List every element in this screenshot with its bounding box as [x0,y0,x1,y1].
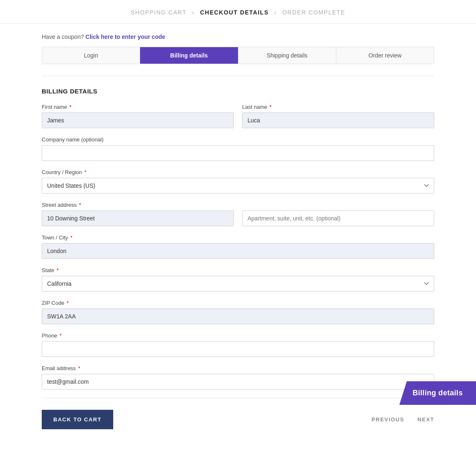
breadcrumb-sep2: › [274,9,277,16]
footer-bar: BACK TO CART PREVIOUS NEXT [42,398,434,438]
company-group: Company name (optional) [42,136,434,161]
street-label: Street address * [42,202,234,208]
first-name-required: * [69,104,71,110]
last-name-required: * [269,104,271,110]
street-required: * [79,202,81,208]
tab-order-review[interactable]: Order review [336,47,434,64]
email-label: Email address * [42,365,434,371]
country-required: * [84,169,86,175]
phone-required: * [60,332,62,339]
city-input[interactable] [42,243,434,259]
tab-billing[interactable]: Billing details [140,47,238,64]
email-required: * [78,365,80,371]
company-row: Company name (optional) [42,136,434,161]
first-name-input[interactable] [42,112,234,128]
first-name-group: First name * [42,104,234,128]
street-group: Street address * [42,202,234,226]
zip-group: ZIP Code * [42,300,434,324]
last-name-input[interactable] [242,112,434,128]
street-row: Street address * [42,202,434,226]
coupon-link[interactable]: Click here to enter your code [86,33,165,40]
last-name-group: Last name * [242,104,434,128]
state-required: * [57,267,59,273]
breadcrumb-sep1: › [192,9,195,16]
phone-group: Phone * [42,332,434,357]
zip-row: ZIP Code * [42,300,434,324]
city-required: * [70,234,72,241]
state-row: State * California New York Texas Florid… [42,267,434,292]
phone-row: Phone * [42,332,434,357]
company-input[interactable] [42,145,434,161]
city-row: Town / City * [42,234,434,259]
breadcrumb-step1: SHOPPING CART [131,9,186,16]
email-row: Email address * [42,365,434,390]
breadcrumb-step2: CHECKOUT DETAILS [200,9,269,16]
footer-nav: PREVIOUS NEXT [371,416,434,423]
section-divider [42,76,434,76]
phone-input[interactable] [42,341,434,357]
first-name-label: First name * [42,104,234,110]
city-label: Town / City * [42,234,434,241]
company-label: Company name (optional) [42,136,434,143]
coupon-text: Have a coupon? [42,33,84,40]
zip-label: ZIP Code * [42,300,434,306]
country-row: Country / Region * United States (US) Un… [42,169,434,194]
country-select[interactable]: United States (US) United Kingdom (UK) C… [42,178,434,194]
apartment-input[interactable] [242,210,434,226]
apartment-group [242,202,434,226]
state-select[interactable]: California New York Texas Florida [42,276,434,292]
name-row: First name * Last name * [42,104,434,128]
country-label: Country / Region * [42,169,434,175]
checkout-tabs: Login Billing details Shipping details O… [42,47,434,64]
previous-button[interactable]: PREVIOUS [371,416,404,423]
zip-required: * [67,300,69,306]
tab-shipping[interactable]: Shipping details [238,47,336,64]
breadcrumb-step3: ORDER COMPLETE [282,9,345,16]
state-group: State * California New York Texas Florid… [42,267,434,292]
zip-input[interactable] [42,308,434,324]
last-name-label: Last name * [242,104,434,110]
next-button[interactable]: NEXT [417,416,434,423]
coupon-bar: Have a coupon? Click here to enter your … [42,24,434,47]
billing-section-title: BILLING DETAILS [42,88,434,95]
billing-badge: Billing details [399,381,476,405]
email-input[interactable] [42,374,434,390]
billing-section: BILLING DETAILS First name * Last name * [42,88,434,390]
country-group: Country / Region * United States (US) Un… [42,169,434,194]
breadcrumb: SHOPPING CART › CHECKOUT DETAILS › ORDER… [0,0,476,24]
tab-login[interactable]: Login [42,47,140,64]
street-input[interactable] [42,210,234,226]
email-group: Email address * [42,365,434,390]
city-group: Town / City * [42,234,434,259]
apartment-label [242,202,434,208]
state-label: State * [42,267,434,273]
phone-label: Phone * [42,332,434,339]
back-to-cart-button[interactable]: BACK TO CART [42,410,113,429]
